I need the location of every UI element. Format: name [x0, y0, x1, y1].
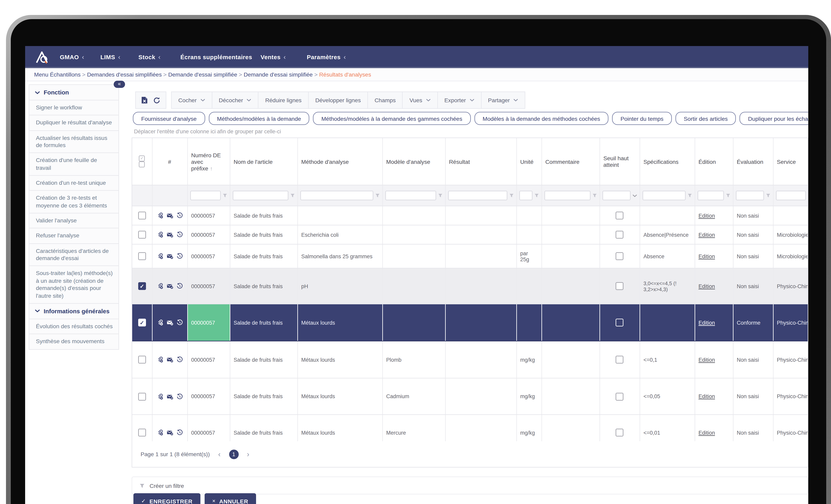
filter-funnel-icon[interactable]	[725, 193, 730, 198]
sidebar-item-creation-3-retests[interactable]: Création de 3 re-tests et moyenne de ces…	[29, 191, 118, 213]
sidebar-item-caracteristiques-articles[interactable]: Caractéristiques d'articles de demande d…	[29, 244, 118, 266]
attach-plus-icon[interactable]	[156, 393, 163, 400]
nav-item-ecrans-supplementaires[interactable]: Écrans supplémentaires	[180, 54, 252, 60]
filter-funnel-icon[interactable]	[375, 193, 380, 198]
attach-plus-icon[interactable]	[156, 319, 163, 326]
column-header-evaluation[interactable]: Évaluation	[733, 138, 773, 185]
select-all-checkbox[interactable]: ✓	[139, 155, 145, 161]
sidebar-item-creation-retest[interactable]: Création d'un re-test unique	[29, 176, 118, 191]
history-icon[interactable]	[176, 212, 183, 219]
toolbar-button-champs[interactable]: Champs	[368, 92, 403, 108]
sort-asc-icon[interactable]: ↑	[210, 166, 213, 171]
column-header-nom-article[interactable]: Nom de l'article	[230, 138, 297, 185]
filter-funnel-icon[interactable]	[687, 193, 692, 198]
filter-commentaire-input[interactable]	[544, 191, 590, 200]
mail-plus-icon[interactable]	[166, 356, 173, 363]
filter-unite-input[interactable]	[519, 191, 532, 200]
mail-plus-icon[interactable]	[166, 319, 173, 326]
seuil-checkbox[interactable]	[615, 212, 623, 219]
toolbar-button-developper-lignes[interactable]: Développer lignes	[309, 92, 368, 108]
page-number-button[interactable]: 1	[229, 449, 238, 459]
seuil-checkbox[interactable]	[615, 356, 623, 363]
nav-item-parametres[interactable]: Paramètres‹	[307, 54, 346, 60]
history-icon[interactable]	[176, 393, 183, 400]
row-checkbox[interactable]: ✓	[138, 319, 146, 326]
history-icon[interactable]	[176, 356, 183, 363]
filter-funnel-icon[interactable]	[222, 193, 227, 198]
seuil-checkbox[interactable]	[615, 429, 623, 437]
row-checkbox[interactable]	[138, 231, 146, 239]
sidebar-section-informations-generales[interactable]: Informations générales	[29, 304, 118, 319]
toolbar-button-vues[interactable]: Vues	[403, 92, 438, 108]
table-row-active[interactable]: ✓ 00000057 Salade de fruits frais Métaux…	[132, 304, 808, 341]
filter-modele-input[interactable]	[385, 191, 436, 200]
attach-plus-icon[interactable]	[156, 356, 163, 363]
row-checkbox[interactable]: ✓	[138, 282, 146, 290]
sidebar-item-signer-workflow[interactable]: Signer le workflow	[29, 100, 118, 116]
toolbar-button-exporter[interactable]: Exporter	[438, 92, 481, 108]
sidebar-item-sous-traiter[interactable]: Sous-traiter la(les) méthode(s) à un aut…	[29, 266, 118, 303]
seuil-checkbox[interactable]	[615, 319, 623, 326]
edition-link[interactable]: Edition	[698, 253, 715, 259]
edition-link[interactable]: Edition	[698, 283, 715, 289]
sidebar-item-actualiser-resultats[interactable]: Actualiser les résultats issus de formul…	[29, 131, 118, 153]
excel-file-icon[interactable]	[141, 96, 148, 104]
filter-funnel-icon[interactable]	[438, 193, 442, 198]
row-checkbox[interactable]	[138, 429, 146, 437]
attach-plus-icon[interactable]	[156, 429, 163, 436]
filter-methode-input[interactable]	[300, 191, 373, 200]
toolbar-button-cocher[interactable]: Cocher	[172, 92, 212, 108]
filter-funnel-icon[interactable]	[766, 193, 770, 198]
sidebar-item-synthese-mouvements[interactable]: Synthèse des mouvements	[29, 334, 118, 349]
attach-plus-icon[interactable]	[156, 231, 163, 238]
edition-link[interactable]: Edition	[698, 232, 715, 238]
save-button[interactable]: ✓ENREGISTRER	[134, 493, 200, 504]
filter-edition-input[interactable]	[697, 191, 724, 200]
pill-modeles-methodes-cochees[interactable]: Modèles à la demande des méthodes cochée…	[474, 112, 608, 125]
history-icon[interactable]	[176, 429, 183, 436]
row-checkbox[interactable]	[138, 212, 146, 219]
edition-link[interactable]: Edition	[698, 320, 715, 326]
toolbar-button-reduire-lignes[interactable]: Réduire lignes	[259, 92, 309, 108]
nav-item-ventes[interactable]: Ventes‹	[260, 54, 286, 60]
history-icon[interactable]	[176, 283, 183, 289]
chevron-down-icon[interactable]	[632, 194, 637, 197]
table-row[interactable]: 00000057 Salade de fruits frais Escheric…	[132, 225, 808, 244]
filter-funnel-icon[interactable]	[592, 193, 597, 198]
create-filter-bar[interactable]: Créer un filtre	[132, 476, 808, 495]
column-header-service[interactable]: Service	[773, 138, 808, 185]
table-row[interactable]: 00000057 Salade de fruits frais Salmonel…	[132, 244, 808, 268]
edition-link[interactable]: Edition	[698, 430, 715, 436]
filter-funnel-icon[interactable]	[290, 193, 295, 198]
mail-plus-icon[interactable]	[166, 393, 173, 400]
sidebar-item-dupliquer-resultat[interactable]: Dupliquer le résultat d'analyse	[29, 116, 118, 131]
column-header-methode[interactable]: Méthode d'analyse	[297, 138, 382, 185]
breadcrumb-item[interactable]: Demandes d'essai simplifiées	[87, 71, 162, 78]
row-checkbox[interactable]	[138, 356, 146, 363]
column-header-resultat[interactable]: Résultat	[445, 138, 516, 185]
table-row-selected[interactable]: ✓ 00000057 Salade de fruits frais pH	[132, 268, 808, 304]
cancel-button[interactable]: ×ANNULER	[204, 493, 256, 504]
mail-plus-icon[interactable]	[166, 283, 173, 289]
mail-plus-icon[interactable]	[166, 231, 173, 238]
history-icon[interactable]	[176, 253, 183, 260]
toolbar-button-decocher[interactable]: Décocher	[212, 92, 259, 108]
history-icon[interactable]	[176, 231, 183, 238]
page-prev-button[interactable]: ‹	[216, 450, 223, 458]
history-icon[interactable]	[176, 319, 183, 326]
filter-funnel-icon[interactable]	[534, 193, 539, 198]
pill-dupliquer-echantillons[interactable]: Dupliquer pour les échantillons	[740, 112, 808, 125]
breadcrumb-item[interactable]: Menu Échantillons	[34, 71, 81, 78]
filter-funnel-icon[interactable]	[509, 193, 514, 198]
column-header-numero[interactable]: Numéro DE avec préfixe↑	[187, 138, 230, 185]
app-logo-icon[interactable]	[35, 50, 49, 64]
pill-methodes-modeles-gammes-cochees[interactable]: Méthodes/modèles à la demande des gammes…	[313, 112, 470, 125]
filter-article-input[interactable]	[232, 191, 288, 200]
nav-item-gmao[interactable]: GMAO‹	[60, 54, 84, 60]
nav-item-stock[interactable]: Stock‹	[138, 54, 161, 60]
table-row[interactable]: 00000057 Salade de fruits frais Edition …	[132, 206, 808, 225]
edition-link[interactable]: Edition	[698, 357, 715, 363]
table-row[interactable]: 00000057 Salade de fruits frais Métaux l…	[132, 378, 808, 415]
sidebar-item-evolution-resultats[interactable]: Évolution des résultats cochés	[29, 319, 118, 334]
pill-sortir-des-articles[interactable]: Sortir des articles	[676, 112, 736, 125]
